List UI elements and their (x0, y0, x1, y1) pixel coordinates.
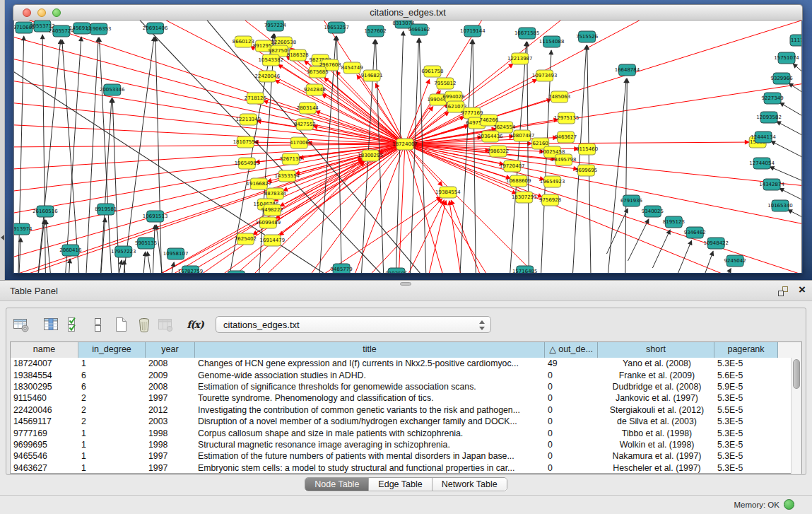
graph-edge[interactable] (587, 45, 592, 273)
column-header-year[interactable]: year (146, 342, 195, 358)
graph-edge[interactable] (652, 230, 670, 268)
graph-node[interactable]: 16671585 (514, 28, 540, 39)
graph-node[interactable]: 7955812 (434, 78, 456, 89)
graph-node[interactable]: 2718126 (245, 93, 266, 104)
graph-node[interactable]: 3267130 (280, 153, 302, 165)
graph-node[interactable]: 9699695 (575, 165, 597, 176)
graph-node[interactable]: 10948422 (703, 238, 729, 249)
graph-node[interactable]: 7625402 (235, 233, 257, 245)
graph-node[interactable]: 9346462 (684, 227, 706, 238)
graph-node[interactable]: 17957223 (111, 246, 136, 257)
graph-node[interactable]: 19654923 (540, 176, 565, 187)
graph-node[interactable]: 9466162 (408, 24, 430, 35)
graph-node[interactable]: 7986322 (487, 146, 509, 157)
graph-node[interactable]: 8660123 (233, 36, 254, 47)
graph-edge[interactable] (141, 252, 146, 273)
table-row[interactable]: 1830029562008Estimation of significance … (11, 381, 801, 392)
table-row[interactable]: 969969511998Structural magnetic resonanc… (11, 439, 801, 450)
graph-node[interactable]: 7515526 (576, 31, 598, 42)
graph-node[interactable]: 9193506 (385, 268, 407, 273)
graph-node[interactable]: 9329966 (771, 73, 793, 84)
graph-node[interactable]: 6791936 (620, 195, 642, 206)
column-header-name[interactable]: name (11, 342, 78, 358)
graph-node[interactable]: 10688609 (506, 175, 531, 187)
graph-node[interactable]: 2060416 (59, 245, 81, 256)
graph-edge[interactable] (113, 260, 122, 273)
graph-node[interactable]: 10691513 (143, 211, 168, 222)
graph-node[interactable]: 14342874 (759, 179, 784, 190)
graph-node[interactable]: 7485063 (548, 91, 570, 103)
graph-edge[interactable] (405, 142, 749, 144)
graph-node[interactable]: 16099489 (256, 217, 281, 228)
column-header-title[interactable]: title (195, 342, 545, 358)
graph-edge[interactable] (99, 37, 112, 273)
graph-node[interactable]: 19720407 (500, 160, 525, 172)
collapse-arrow-icon[interactable] (1, 235, 4, 240)
graph-node[interactable]: 12444134 (751, 132, 776, 143)
graph-edge[interactable] (42, 35, 46, 273)
graph-edge[interactable] (324, 78, 405, 144)
graph-node[interactable]: 7957224 (264, 21, 287, 31)
graph-node[interactable]: 417006 (290, 137, 309, 148)
graph-node[interactable]: 2803144 (297, 103, 319, 114)
graph-edge[interactable] (155, 37, 163, 273)
network-window-titlebar[interactable]: citations_edges.txt (13, 4, 803, 21)
delete-table-button-disabled[interactable] (156, 315, 175, 334)
graph-node[interactable]: 10958107 (163, 248, 189, 259)
table-row[interactable]: 2242004622012Investigating the contribut… (11, 404, 801, 416)
graph-edge[interactable] (35, 40, 61, 273)
graph-node[interactable]: 9227349 (762, 93, 784, 104)
graph-node[interactable]: 11172 (790, 35, 802, 46)
graph-node[interactable]: 15751074 (774, 52, 799, 64)
graph-edge[interactable] (13, 144, 405, 148)
graph-edge[interactable] (67, 259, 70, 273)
graph-edge[interactable] (508, 42, 526, 273)
table-row[interactable]: 946362711997Embryonic stem cells: a mode… (11, 462, 801, 474)
new-column-button[interactable] (112, 315, 130, 334)
graph-node[interactable]: 8919581 (95, 204, 117, 215)
graph-node[interactable]: 12975135 (554, 112, 579, 124)
table-mode-button[interactable] (12, 315, 30, 334)
graph-edge[interactable] (409, 201, 446, 273)
delete-column-button[interactable] (135, 315, 153, 334)
table-row[interactable]: 911546021997Tourette syndrome. Phenomeno… (11, 392, 801, 404)
select-columns-button[interactable] (65, 315, 83, 334)
table-scrollbar[interactable] (791, 358, 801, 474)
graph-node[interactable]: 9463627 (555, 132, 577, 143)
float-window-icon[interactable] (778, 286, 788, 296)
column-header-pagerank[interactable]: pagerank (714, 342, 778, 358)
graph-node[interactable]: 9498222 (261, 204, 283, 216)
graph-node[interactable]: 8186328 (287, 49, 309, 61)
graph-edge[interactable] (451, 200, 507, 273)
graph-node[interactable]: 20691406 (143, 23, 168, 34)
graph-node[interactable]: 9245042 (724, 255, 746, 267)
graph-node[interactable]: 16914479 (260, 235, 286, 246)
graph-node[interactable]: 10165340 (767, 200, 793, 211)
graph-edge[interactable] (793, 64, 802, 98)
table-row[interactable]: 977716911998Corpus callosum shape and si… (11, 427, 801, 438)
graph-node[interactable]: 9756928 (539, 194, 561, 206)
graph-node[interactable]: 9485779 (331, 264, 353, 273)
graph-node[interactable]: 12093582 (756, 112, 782, 123)
column-header-in_degree[interactable]: in_degree (78, 342, 146, 358)
column-header-short[interactable]: short (598, 342, 714, 358)
tab-node-table[interactable]: Node Table (305, 478, 369, 491)
graph-node[interactable]: 9115460 (576, 144, 598, 155)
graph-node[interactable]: 20053346 (100, 84, 125, 95)
graph-node[interactable]: 15716485 (512, 266, 538, 273)
split-divider-handle[interactable] (400, 282, 411, 286)
graph-edge[interactable] (85, 37, 98, 273)
graph-node[interactable]: 19654983 (235, 158, 260, 169)
graph-node[interactable]: 9340025 (642, 206, 664, 217)
graph-edge[interactable] (147, 252, 155, 273)
network-window[interactable]: citations_edges.txt 86601238912954222605… (13, 4, 803, 274)
graph-node[interactable]: 3913974 (13, 223, 33, 235)
graph-edge[interactable] (13, 119, 405, 144)
graph-edge[interactable] (771, 141, 802, 173)
graph-edge[interactable] (777, 122, 802, 151)
graph-edge[interactable] (473, 40, 476, 273)
table-select-dropdown[interactable]: citations_edges.txt (216, 316, 491, 333)
show-columns-button[interactable] (42, 315, 60, 334)
table-row[interactable]: 1456911722003Disruption of a novel membe… (11, 416, 801, 427)
graph-node[interactable]: 9242848 (304, 84, 326, 95)
